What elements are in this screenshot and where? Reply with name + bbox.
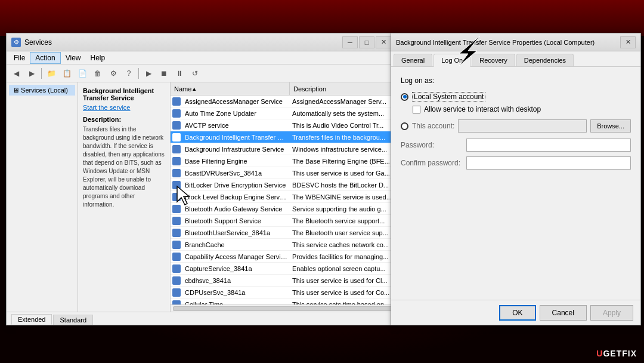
- menu-action[interactable]: Action: [30, 52, 60, 64]
- cancel-button[interactable]: Cancel: [540, 305, 587, 321]
- dialog-buttons: OK Cancel Apply: [391, 300, 640, 325]
- dialog-tab-recovery[interactable]: Recovery: [472, 54, 515, 66]
- service-name: BcastDVRUserSvc_3841a: [182, 170, 290, 177]
- checkbox-interact-row: Allow service to interact with desktop: [413, 105, 631, 113]
- service-row[interactable]: CDPUserSvc_3841aThis user service is use…: [171, 287, 396, 299]
- service-desc: Service supporting the audio g...: [290, 205, 396, 213]
- service-name: BranchCache: [182, 241, 290, 248]
- service-icon: [171, 263, 182, 275]
- menu-view[interactable]: View: [61, 53, 86, 63]
- col-header-name[interactable]: Name ▲: [171, 82, 290, 95]
- service-icon: [171, 287, 182, 299]
- dialog-close-button[interactable]: ✕: [620, 36, 636, 48]
- service-row[interactable]: AssignedAccessManager ServiceAssignedAcc…: [171, 96, 396, 107]
- service-row[interactable]: BcastDVRUserSvc_3841aThis user service i…: [171, 167, 396, 179]
- service-row[interactable]: Base Filtering EngineThe Base Filtering …: [171, 155, 396, 167]
- service-icon: [171, 167, 182, 179]
- service-row[interactable]: AVCTP serviceThis is Audio Video Control…: [171, 119, 396, 131]
- browse-button[interactable]: Browse...: [590, 119, 631, 133]
- toolbar-stop[interactable]: ⏹: [157, 67, 171, 80]
- service-start-link[interactable]: Start the service: [83, 104, 165, 111]
- radio-local-system-input[interactable]: [401, 93, 408, 101]
- dialog-tab-general[interactable]: General: [394, 54, 432, 66]
- toolbar-forward[interactable]: ▶: [24, 67, 39, 80]
- menu-file[interactable]: File: [9, 53, 30, 63]
- services-window-icon: ⚙: [11, 38, 21, 47]
- toolbar-properties[interactable]: ⚙: [106, 67, 120, 80]
- toolbar-copy[interactable]: 📋: [60, 67, 74, 80]
- service-icon: [171, 275, 182, 287]
- service-row[interactable]: Background Infrastructure ServiceWindows…: [171, 143, 396, 155]
- service-row[interactable]: BranchCacheThis service caches network c…: [171, 239, 396, 251]
- service-row[interactable]: cbdhsvc_3841aThis user service is used f…: [171, 275, 396, 287]
- toolbar-restart[interactable]: ↺: [188, 67, 202, 80]
- radio-this-account-input[interactable]: [401, 122, 408, 130]
- ok-button[interactable]: OK: [499, 305, 535, 321]
- toolbar-pause[interactable]: ⏸: [172, 67, 187, 80]
- password-input[interactable]: [466, 139, 631, 152]
- window-controls: ─ □ ✕: [342, 36, 391, 48]
- services-title-bar: ⚙ Services ─ □ ✕: [7, 33, 396, 51]
- service-name: Auto Time Zone Updater: [182, 110, 290, 117]
- dialog-tab-logon[interactable]: Log On: [434, 54, 470, 67]
- toolbar-paste[interactable]: 📄: [75, 67, 89, 80]
- apply-button[interactable]: Apply: [590, 305, 633, 321]
- toolbar-up[interactable]: 📁: [44, 67, 58, 80]
- service-name: AVCTP service: [182, 122, 290, 129]
- service-name: Bluetooth Audio Gateway Service: [182, 205, 290, 213]
- service-name: BitLocker Drive Encryption Service: [182, 182, 290, 189]
- service-row[interactable]: Capability Access Manager ServiceProvide…: [171, 251, 396, 263]
- service-name: BluetoothUserService_3841a: [182, 229, 290, 236]
- toolbar: ◀ ▶ 📁 📋 📄 🗑 ⚙ ? ▶ ⏹ ⏸ ↺: [7, 64, 396, 82]
- service-row[interactable]: BitLocker Drive Encryption ServiceBDESVC…: [171, 179, 396, 191]
- service-desc: Automatically sets the system...: [290, 110, 396, 117]
- service-row[interactable]: Auto Time Zone UpdaterAutomatically sets…: [171, 107, 396, 119]
- minimize-button[interactable]: ─: [342, 36, 358, 48]
- service-desc-text: Transfers files in the background using …: [83, 125, 165, 209]
- radio-local-system-label: Local System account: [412, 92, 485, 101]
- service-row[interactable]: Cellular TimeThis service sets time base…: [171, 299, 396, 304]
- sidebar-item-services-local[interactable]: 🖥 Services (Local): [9, 85, 75, 96]
- service-desc: Provides facilities for managing...: [290, 253, 396, 260]
- dialog-tab-dependencies[interactable]: Dependencies: [516, 54, 574, 66]
- maximize-button[interactable]: □: [359, 36, 374, 48]
- watermark: UGETFIX: [596, 349, 637, 358]
- dialog-tabs: General Log On Recovery Dependencies: [391, 51, 640, 67]
- confirm-password-label: Confirm password:: [401, 159, 466, 167]
- radio-local-system[interactable]: Local System account: [401, 92, 631, 101]
- account-input[interactable]: [458, 119, 587, 133]
- service-name: Background Intelligent Transfer Service: [182, 134, 290, 141]
- service-desc: This user service is used for Ga...: [290, 170, 396, 177]
- toolbar-start[interactable]: ▶: [141, 67, 156, 80]
- toolbar-help[interactable]: ?: [122, 67, 136, 80]
- bottom-tab-standard[interactable]: Standard: [53, 315, 93, 325]
- menu-help[interactable]: Help: [86, 53, 110, 63]
- bottom-tabs: Extended Standard: [7, 312, 396, 325]
- service-row[interactable]: Background Intelligent Transfer ServiceT…: [171, 131, 396, 143]
- toolbar-delete[interactable]: 🗑: [91, 67, 105, 80]
- service-icon: [171, 227, 182, 239]
- confirm-password-input[interactable]: [466, 156, 631, 170]
- service-row[interactable]: Block Level Backup Engine ServiceThe WBE…: [171, 191, 396, 203]
- service-desc: BDESVC hosts the BitLocker D...: [290, 182, 396, 189]
- horizontal-scrollbar[interactable]: [173, 306, 394, 311]
- service-name: AssignedAccessManager Service: [182, 98, 290, 105]
- logon-section-title: Log on as:: [401, 76, 631, 85]
- service-row[interactable]: Bluetooth Audio Gateway ServiceService s…: [171, 203, 396, 215]
- bottom-tab-extended[interactable]: Extended: [11, 314, 52, 325]
- service-row[interactable]: Bluetooth Support ServiceThe Bluetooth s…: [171, 215, 396, 227]
- bg-top-gradient: [0, 0, 644, 36]
- service-icon: [171, 191, 182, 203]
- close-button[interactable]: ✕: [376, 36, 391, 48]
- password-row: Password:: [401, 139, 631, 152]
- col-header-desc[interactable]: Description: [290, 82, 396, 95]
- service-info-panel: Background Intelligent Transfer Service …: [78, 82, 171, 312]
- content-area: 🖥 Services (Local) Background Intelligen…: [7, 82, 396, 312]
- service-row[interactable]: CaptureService_3841aEnables optional scr…: [171, 263, 396, 275]
- service-row[interactable]: BluetoothUserService_3841aThe Bluetooth …: [171, 227, 396, 239]
- services-list-container: Name ▲ Description AssignedAccessManager…: [171, 82, 396, 312]
- checkbox-interact[interactable]: [413, 106, 420, 113]
- service-name: Bluetooth Support Service: [182, 217, 290, 224]
- toolbar-back[interactable]: ◀: [9, 67, 23, 80]
- radio-this-account[interactable]: This account: Browse...: [401, 119, 631, 133]
